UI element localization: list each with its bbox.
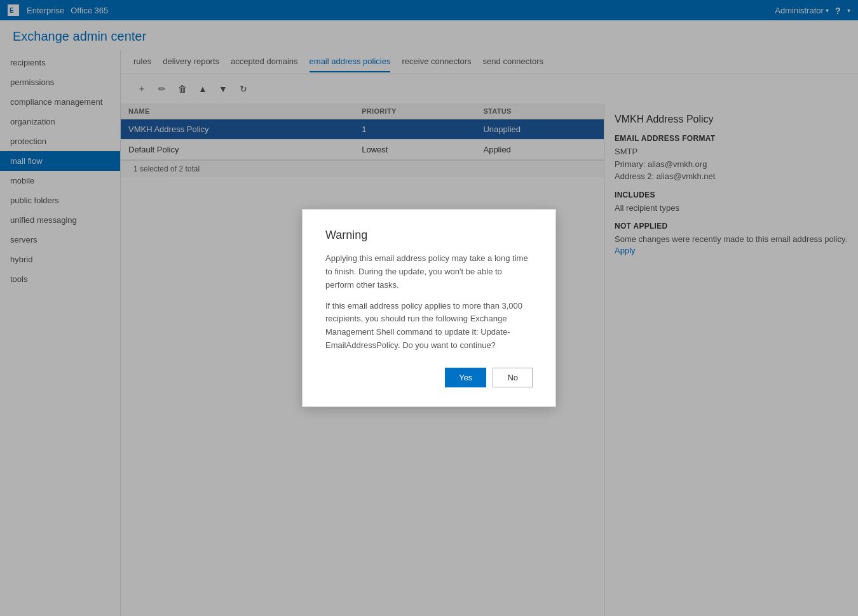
- yes-button[interactable]: Yes: [445, 368, 486, 387]
- no-button[interactable]: No: [493, 368, 533, 387]
- modal-buttons: Yes No: [325, 368, 533, 387]
- modal-paragraph1: Applying this email address policy may t…: [325, 252, 533, 291]
- modal-overlay: Warning Applying this email address poli…: [0, 0, 858, 615]
- warning-modal: Warning Applying this email address poli…: [302, 209, 556, 407]
- modal-paragraph2: If this email address policy applies to …: [325, 300, 533, 352]
- modal-title: Warning: [325, 229, 533, 242]
